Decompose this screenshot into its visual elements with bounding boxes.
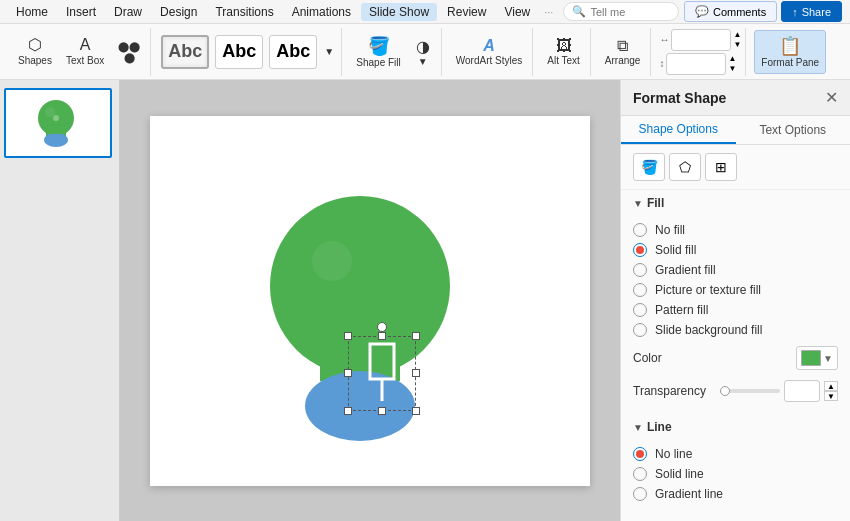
effects-icon: ◑ xyxy=(416,37,430,56)
gradient-fill-row[interactable]: Gradient fill xyxy=(633,260,838,280)
transparency-controls: 0% ▲ ▼ xyxy=(720,380,838,402)
more-styles-button[interactable]: ▼ xyxy=(321,35,337,69)
tab-shape-options[interactable]: Shape Options xyxy=(621,116,736,144)
format-shape-panel: Format Shape ✕ Shape Options Text Option… xyxy=(620,80,850,521)
width-input[interactable]: 2.12" xyxy=(671,29,731,51)
pattern-fill-label: Pattern fill xyxy=(655,303,708,317)
panel-header: Format Shape ✕ xyxy=(621,80,850,116)
menu-review[interactable]: Review xyxy=(439,3,494,21)
shapes-icon: ⬡ xyxy=(28,37,42,53)
share-button[interactable]: ↑ Share xyxy=(781,1,842,22)
pentagon-icon: ⬠ xyxy=(679,159,691,175)
width-arrows: ▲ ▼ xyxy=(733,30,741,49)
transparency-increase-btn[interactable]: ▲ xyxy=(824,381,838,391)
no-fill-row[interactable]: No fill xyxy=(633,220,838,240)
menu-view[interactable]: View xyxy=(496,3,538,21)
solid-fill-radio[interactable] xyxy=(633,243,647,257)
transparency-slider[interactable] xyxy=(720,389,780,393)
fill-section: ▼ Fill No fill Solid fill xyxy=(621,190,850,414)
height-arrows: ▲ ▼ xyxy=(728,54,736,73)
line-section: ▼ Line No line Solid line Gradient line xyxy=(621,414,850,512)
shapes-button[interactable]: ⬡ Shapes xyxy=(12,30,58,74)
solid-line-radio[interactable] xyxy=(633,467,647,481)
transparency-row: Transparency 0% ▲ ▼ xyxy=(633,376,838,406)
menu-transitions[interactable]: Transitions xyxy=(207,3,281,21)
transparency-label: Transparency xyxy=(633,384,706,398)
svg-point-3 xyxy=(44,133,68,147)
menu-draw[interactable]: Draw xyxy=(106,3,150,21)
pattern-fill-row[interactable]: Pattern fill xyxy=(633,300,838,320)
format-pane-button[interactable]: 📋 Format Pane xyxy=(754,30,826,74)
picture-fill-label: Picture or texture fill xyxy=(655,283,761,297)
no-fill-radio[interactable] xyxy=(633,223,647,237)
toolbar: ⬡ Shapes A Text Box ⬤⬤⬤ Abc Abc Abc ▼ 🪣 … xyxy=(0,24,850,80)
selected-shape-container xyxy=(348,336,416,411)
picture-fill-radio[interactable] xyxy=(633,283,647,297)
wordart-button[interactable]: A WordArt Styles xyxy=(450,30,529,74)
menu-slideshow[interactable]: Slide Show xyxy=(361,3,437,21)
picture-fill-row[interactable]: Picture or texture fill xyxy=(633,280,838,300)
solid-fill-label: Solid fill xyxy=(655,243,696,257)
slide-canvas[interactable] xyxy=(150,116,590,486)
menu-animations[interactable]: Animations xyxy=(284,3,359,21)
fill-collapse-icon: ▼ xyxy=(633,198,643,209)
comments-button[interactable]: 💬 Comments xyxy=(684,1,777,22)
alt-text-icon: 🖼 xyxy=(556,37,572,55)
size-group: ↔ 2.12" ▲ ▼ ↕ 0.84" ▲ ▼ xyxy=(655,28,746,76)
line-section-header[interactable]: ▼ Line xyxy=(621,414,850,440)
shapes-group: ⬡ Shapes A Text Box ⬤⬤⬤ xyxy=(8,28,151,76)
pattern-fill-radio[interactable] xyxy=(633,303,647,317)
abc-style-2[interactable]: Abc xyxy=(215,35,263,69)
effects-icon-btn[interactable]: ⬠ xyxy=(669,153,701,181)
transparency-decrease-btn[interactable]: ▼ xyxy=(824,391,838,401)
rotate-handle[interactable] xyxy=(377,322,387,332)
gradient-fill-radio[interactable] xyxy=(633,263,647,277)
no-line-label: No line xyxy=(655,447,692,461)
tab-text-options[interactable]: Text Options xyxy=(736,116,851,144)
fill-section-header[interactable]: ▼ Fill xyxy=(621,190,850,216)
more-button[interactable]: ⬤⬤⬤ xyxy=(112,30,146,74)
gradient-line-radio[interactable] xyxy=(633,487,647,501)
close-panel-button[interactable]: ✕ xyxy=(825,88,838,107)
color-dropdown-arrow: ▼ xyxy=(823,353,833,364)
slide-bg-fill-row[interactable]: Slide background fill xyxy=(633,320,838,340)
solid-line-row[interactable]: Solid line xyxy=(633,464,838,484)
main-area: 1 xyxy=(0,80,850,521)
svg-rect-4 xyxy=(50,124,62,134)
transparency-slider-thumb[interactable] xyxy=(720,386,730,396)
slide-bg-fill-radio[interactable] xyxy=(633,323,647,337)
grid-icon: ⊞ xyxy=(715,159,727,175)
menu-home[interactable]: Home xyxy=(8,3,56,21)
slide-thumbnail-1[interactable] xyxy=(4,88,112,158)
gradient-line-row[interactable]: Gradient line xyxy=(633,484,838,504)
size-props-icon-btn[interactable]: ⊞ xyxy=(705,153,737,181)
tell-me-bar[interactable]: 🔍 xyxy=(563,2,679,21)
fill-section-content: No fill Solid fill Gradient fill Picture… xyxy=(621,216,850,414)
height-input[interactable]: 0.84" xyxy=(666,53,726,75)
arrange-icon2: ⧉ xyxy=(617,37,628,55)
alt-text-button[interactable]: 🖼 Alt Text xyxy=(541,30,586,74)
canvas-area xyxy=(120,80,620,521)
menu-insert[interactable]: Insert xyxy=(58,3,104,21)
svg-point-10 xyxy=(312,241,352,281)
arrange-icon: ⬤⬤⬤ xyxy=(118,41,140,63)
menu-design[interactable]: Design xyxy=(152,3,205,21)
no-line-row[interactable]: No line xyxy=(633,444,838,464)
shape-fill-button[interactable]: 🪣 Shape Fill xyxy=(350,30,406,74)
transparency-input[interactable]: 0% xyxy=(784,380,820,402)
svg-point-6 xyxy=(53,115,59,121)
shape-fill-icon: 🪣 xyxy=(368,35,390,57)
color-swatch xyxy=(801,350,821,366)
effects-button[interactable]: ◑ ▼ xyxy=(409,30,437,74)
solid-fill-row[interactable]: Solid fill xyxy=(633,240,838,260)
fill-line-icon-btn[interactable]: 🪣 xyxy=(633,153,665,181)
abc-style-3[interactable]: Abc xyxy=(269,35,317,69)
tell-me-input[interactable] xyxy=(590,6,670,18)
arrange-button[interactable]: ⧉ Arrange xyxy=(599,30,647,74)
textbox-button[interactable]: A Text Box xyxy=(60,30,110,74)
abc-style-1[interactable]: Abc xyxy=(161,35,209,69)
no-line-radio[interactable] xyxy=(633,447,647,461)
format-pane-group: 📋 Format Pane xyxy=(750,28,830,76)
wordart-icon: A xyxy=(483,37,495,55)
color-swatch-button[interactable]: ▼ xyxy=(796,346,838,370)
